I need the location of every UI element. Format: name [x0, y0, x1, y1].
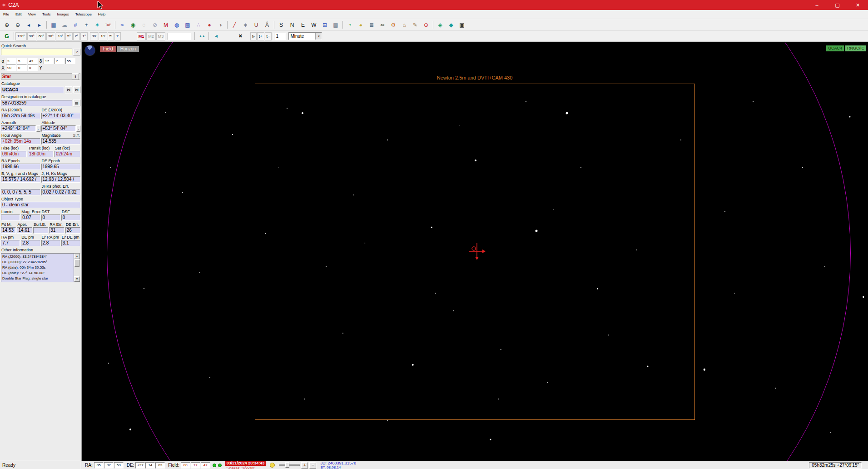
measure-button[interactable]: ▤ [330, 20, 341, 30]
scroll-down-button[interactable]: ▼ [74, 276, 80, 282]
tab-field[interactable]: Field [100, 46, 116, 52]
object-name-input[interactable] [168, 33, 191, 40]
marker2-button[interactable]: M2 [146, 32, 156, 40]
help-button[interactable]: ? [73, 49, 80, 55]
mirror-horizontal-button[interactable]: ▲▲ [196, 31, 207, 41]
fov-button[interactable]: 60° [37, 32, 46, 40]
field-status-value[interactable]: 17 [191, 462, 200, 469]
time-back-button[interactable]: ◔ [344, 20, 355, 30]
de-status-value[interactable]: 03 [155, 462, 165, 469]
marker1-button[interactable]: M1 [137, 32, 146, 40]
menu-item[interactable]: File [0, 11, 12, 17]
badge-ucac4[interactable]: UCAC4 [826, 45, 844, 51]
scrollbar[interactable]: ▲ ▼ [74, 254, 80, 282]
increment-button[interactable]: + [301, 462, 308, 469]
goto-button[interactable]: G [1, 31, 12, 41]
fov-button[interactable]: 5' [108, 32, 114, 40]
de-coordinate-input[interactable] [55, 58, 64, 64]
x-coordinate-input[interactable] [17, 65, 27, 71]
dome-button[interactable]: ⌂ [399, 20, 410, 30]
zoom-in-button[interactable]: ⊕ [1, 20, 12, 30]
sidereal-time-label[interactable]: S.T. [73, 133, 80, 138]
fov-button[interactable]: 120° [15, 32, 27, 40]
ccd-frame-button[interactable]: ▩ [182, 20, 193, 30]
nebulae-button[interactable]: ◌ [139, 20, 149, 30]
ra-coordinate-input[interactable] [17, 58, 27, 64]
scroll-up-button[interactable]: ▲ [74, 254, 80, 259]
object-search-button[interactable]: ✶ [92, 20, 103, 30]
azimuth-more-button[interactable]: . [36, 125, 40, 132]
grid-button[interactable]: ▦ [48, 20, 59, 30]
menu-item[interactable]: Help [95, 11, 109, 17]
minimize-button[interactable]: – [807, 0, 827, 10]
designation-chart-button[interactable]: ▤ [73, 100, 80, 106]
next-view-button[interactable]: ▸ [34, 20, 45, 30]
uranus-button[interactable]: U [251, 20, 262, 30]
planets-button[interactable]: ◍ [171, 20, 182, 30]
fov-button[interactable]: 10° [56, 32, 65, 40]
de-coordinate-input[interactable] [65, 58, 75, 64]
de-coordinate-input[interactable] [44, 58, 54, 64]
edit-button[interactable]: ✎ [410, 20, 421, 30]
moon-button[interactable]: ◑ [215, 20, 226, 30]
ccd-overlay-button[interactable]: ⊞ [319, 20, 330, 30]
mars-button[interactable]: ● [204, 20, 215, 30]
de-status-value[interactable]: +27 [135, 462, 145, 469]
west-button[interactable]: W [308, 20, 319, 30]
menu-item[interactable]: View [25, 11, 39, 17]
quick-search-input[interactable] [1, 49, 72, 55]
maximize-button[interactable]: ▢ [827, 0, 848, 10]
ra-status-value[interactable]: 05 [94, 462, 104, 469]
time-slider[interactable] [279, 462, 300, 468]
slider-thumb[interactable] [285, 462, 289, 468]
other-information-box[interactable]: RA (J2000): 83.247894384°DE (J2000): 27.… [1, 253, 80, 282]
sky-chart[interactable]: Newton 2.5m and DVTI+CAM 430 Field Horiz… [82, 42, 868, 461]
fov-button[interactable]: 1' [114, 32, 121, 40]
close-button[interactable]: ✕ [848, 0, 868, 10]
telescope-goto-button[interactable]: ⊙ [421, 20, 432, 30]
ephemeris-button[interactable]: ≣ [366, 20, 377, 30]
fov-indicator-button[interactable]: ◈ [435, 20, 446, 30]
time-plus-button[interactable]: t+ [257, 32, 264, 40]
datetime-value[interactable]: 03/21/2024 20:34:43 [225, 461, 266, 466]
labels-button[interactable]: TaF [103, 20, 114, 30]
menu-item[interactable]: Images [54, 11, 72, 17]
x-coordinate-input[interactable] [6, 65, 16, 71]
asteroids-button[interactable]: ∗ [240, 20, 251, 30]
time-step-input[interactable] [274, 33, 286, 40]
galaxies-button[interactable]: ⊘ [149, 20, 160, 30]
time-forward-button[interactable]: ◕ [355, 20, 366, 30]
tab-horizon[interactable]: Horizon [117, 46, 139, 52]
star-colors-button[interactable]: ∴ [193, 20, 204, 30]
equatorial-grid-button[interactable]: # [70, 20, 81, 30]
comets-button[interactable]: ╱ [229, 20, 240, 30]
panel-collapse-button[interactable]: ‖ [72, 73, 79, 80]
menu-item[interactable]: Edit [12, 11, 25, 17]
options-button[interactable]: ⚙ [388, 20, 399, 30]
fov-button[interactable]: 10' [99, 32, 107, 40]
badge-rngcic[interactable]: RNGC/IC [845, 45, 866, 51]
field-status-value[interactable]: 47 [201, 462, 210, 469]
scroll-thumb[interactable] [74, 259, 79, 267]
ra-coordinate-input[interactable] [28, 58, 38, 64]
fov-button[interactable]: 2° [73, 32, 80, 40]
fov-button[interactable]: 90° [27, 32, 36, 40]
x-coordinate-input[interactable] [28, 65, 38, 71]
catalogue-value[interactable]: UCAC4 [1, 87, 64, 93]
east-button[interactable]: E [298, 20, 308, 30]
zoom-out-button[interactable]: ⊖ [12, 20, 23, 30]
north-button[interactable]: N [287, 20, 298, 30]
messier-button[interactable]: M [160, 20, 171, 30]
de-status-value[interactable]: 14 [145, 462, 155, 469]
constellation-lines-button[interactable]: ≈ [117, 20, 128, 30]
fov-button[interactable]: 30° [46, 32, 55, 40]
fov-button[interactable]: 30' [90, 32, 98, 40]
time-pie-icon[interactable] [84, 45, 95, 56]
font-button[interactable]: ac [377, 20, 388, 30]
fov-button[interactable]: 1° [80, 32, 88, 40]
marker3-button[interactable]: M3 [156, 32, 166, 40]
south-button[interactable]: S [276, 20, 287, 30]
menu-item[interactable]: Telescope [72, 11, 95, 17]
time-minus-button[interactable]: t- [250, 32, 257, 40]
previous-view-button[interactable]: ◂ [23, 20, 34, 30]
